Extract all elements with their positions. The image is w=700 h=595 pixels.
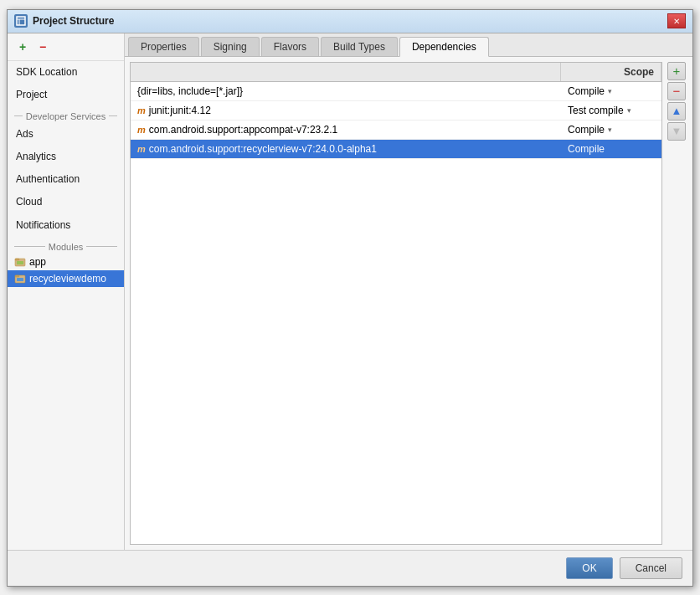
dependency-column-header: [131, 63, 561, 81]
svg-rect-0: [17, 17, 25, 25]
dropdown-arrow: ▾: [608, 87, 612, 95]
table-row[interactable]: {dir=libs, include=[*.jar]} Compile ▾: [131, 82, 661, 101]
maven-icon: m: [137, 125, 146, 135]
dependency-value: {dir=libs, include=[*.jar]}: [137, 85, 243, 97]
tab-dependencies[interactable]: Dependencies: [399, 37, 489, 57]
scope-dropdown[interactable]: Compile ▾: [568, 85, 612, 97]
recycleviewdemo-icon: [14, 273, 26, 285]
table-area: Scope {dir=libs, include=[*.jar]} Compil…: [125, 57, 692, 550]
ok-button[interactable]: OK: [566, 557, 612, 579]
window-controls: ✕: [667, 13, 686, 28]
table-row[interactable]: m com.android.support:recyclerview-v7:24…: [131, 140, 661, 159]
window-icon: [14, 14, 28, 28]
table-row[interactable]: m com.android.support:appcompat-v7:23.2.…: [131, 121, 661, 140]
svg-rect-5: [17, 261, 23, 264]
maven-icon: m: [137, 105, 146, 115]
add-dependency-button[interactable]: +: [667, 62, 686, 80]
dependency-cell: m junit:junit:4.12: [131, 101, 561, 120]
app-icon: [14, 256, 26, 268]
table-row[interactable]: m junit:junit:4.12 Test compile ▾: [131, 101, 661, 121]
close-button[interactable]: ✕: [667, 13, 686, 28]
cancel-button[interactable]: Cancel: [620, 557, 682, 579]
tab-build-types[interactable]: Build Types: [321, 37, 398, 56]
sidebar-item-notifications[interactable]: Notifications: [8, 214, 124, 237]
scope-cell: Compile ▾: [561, 121, 661, 139]
dependencies-table: Scope {dir=libs, include=[*.jar]} Compil…: [130, 62, 662, 545]
sidebar-item-ads[interactable]: Ads: [8, 123, 124, 146]
sidebar-item-project[interactable]: Project: [8, 84, 124, 106]
window-title: Project Structure: [33, 15, 662, 27]
sidebar-item-analytics[interactable]: Analytics: [8, 146, 124, 168]
maven-icon: m: [137, 144, 146, 154]
remove-dependency-button[interactable]: −: [667, 82, 686, 100]
footer: OK Cancel: [8, 550, 692, 586]
developer-services-label: Developer Services: [8, 106, 124, 123]
dependency-value: com.android.support:appcompat-v7:23.2.1: [149, 124, 337, 136]
dependency-cell: m com.android.support:recyclerview-v7:24…: [131, 140, 561, 158]
app-label: app: [29, 256, 46, 268]
svg-rect-4: [15, 259, 19, 260]
scope-cell: Test compile ▾: [561, 101, 661, 120]
sidebar: + − SDK Location Project Developer Servi…: [8, 33, 125, 550]
svg-rect-8: [17, 278, 23, 281]
sidebar-toolbar: + −: [8, 33, 124, 61]
recycleviewdemo-label: recycleviewdemo: [29, 273, 106, 285]
dropdown-arrow: ▾: [627, 106, 631, 115]
tabs-bar: Properties Signing Flavors Build Types D…: [125, 33, 692, 57]
scope-dropdown[interactable]: Test compile ▾: [568, 105, 631, 116]
sidebar-item-sdk-location[interactable]: SDK Location: [8, 61, 124, 84]
table-header: Scope: [131, 63, 661, 82]
modules-label: Modules: [8, 237, 124, 254]
add-button[interactable]: +: [14, 38, 31, 55]
main-content: + − SDK Location Project Developer Servi…: [8, 33, 692, 550]
sidebar-item-authentication[interactable]: Authentication: [8, 168, 124, 191]
module-recycleviewdemo[interactable]: recycleviewdemo: [8, 270, 124, 287]
dependency-cell: m com.android.support:appcompat-v7:23.2.…: [131, 121, 561, 139]
dropdown-arrow: ▾: [608, 126, 612, 134]
dependency-value: junit:junit:4.12: [149, 105, 211, 116]
project-structure-window: Project Structure ✕ + − SDK Location Pro…: [7, 9, 693, 587]
scope-cell: Compile ▾: [561, 82, 661, 100]
tab-flavors[interactable]: Flavors: [261, 37, 319, 56]
move-down-button[interactable]: ▼: [667, 122, 686, 141]
tab-signing[interactable]: Signing: [201, 37, 260, 56]
sidebar-item-cloud[interactable]: Cloud: [8, 191, 124, 213]
side-buttons: + − ▲ ▼: [666, 62, 687, 545]
module-app[interactable]: app: [8, 254, 124, 270]
move-up-button[interactable]: ▲: [667, 102, 686, 121]
scope-dropdown[interactable]: Compile ▾: [568, 124, 612, 136]
tab-properties[interactable]: Properties: [128, 37, 199, 56]
svg-rect-7: [15, 275, 19, 277]
title-bar: Project Structure ✕: [8, 10, 692, 33]
remove-button[interactable]: −: [34, 38, 51, 55]
scope-column-header: Scope: [561, 63, 661, 81]
dependency-cell: {dir=libs, include=[*.jar]}: [131, 82, 561, 100]
scope-cell: Compile: [561, 140, 661, 158]
dependency-value: com.android.support:recyclerview-v7:24.0…: [149, 143, 377, 155]
main-panel: Properties Signing Flavors Build Types D…: [125, 33, 692, 550]
